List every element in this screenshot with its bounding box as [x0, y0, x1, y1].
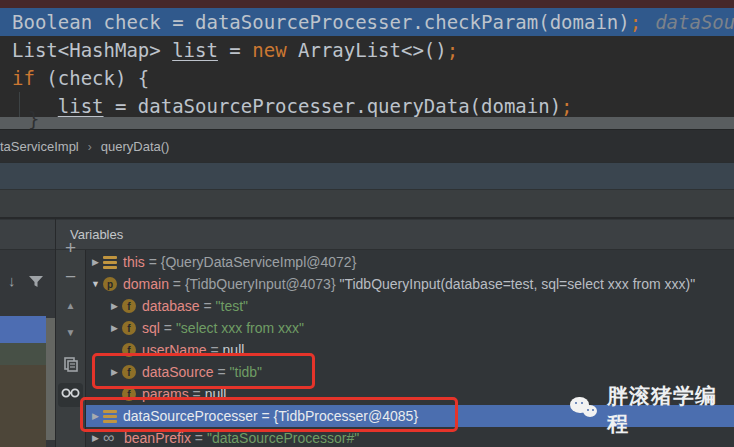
remove-watch-button[interactable]: − [56, 266, 85, 288]
variable-row-database[interactable]: ▶fdatabase = "test" [86, 295, 734, 317]
variable-name: params [142, 386, 189, 402]
panel-divider [55, 219, 56, 447]
variable-name: database [142, 298, 200, 314]
indent-guide [19, 92, 20, 119]
variable-name: userName [142, 342, 207, 358]
code-line[interactable]: Boolean check = dataSourceProcesser.chec… [0, 8, 734, 36]
inline-debugger-hint: dataSour [655, 11, 734, 33]
value-icon [103, 410, 117, 423]
variables-panel-header: Variables [0, 220, 734, 250]
variable-row-this[interactable]: ▶this = {QueryDataServiceImpl@4072} [86, 251, 734, 273]
show-watches-button[interactable] [56, 383, 85, 407]
code-line[interactable]: List<HashMap> list = new ArrayList<>(); [0, 36, 734, 64]
sort-icon[interactable]: ↓ [8, 272, 16, 289]
parameter-icon: p [103, 277, 117, 291]
wechat-icon [570, 397, 599, 423]
watermark-text: 胖滚猪学编程 [607, 382, 734, 438]
expand-arrow-icon[interactable]: ▶ [88, 433, 103, 443]
code-line[interactable]: list = dataSourceProcesser.queryData(dom… [0, 92, 734, 120]
watermark: 胖滚猪学编程 [570, 395, 734, 425]
panel-spacer-band [0, 189, 734, 218]
expand-arrow-icon[interactable]: ▶ [107, 323, 122, 333]
closing-brace: } [28, 108, 39, 130]
variable-value: "select xxx from xxx" [176, 320, 304, 336]
variable-value: "tidb" [230, 364, 263, 380]
expand-arrow-icon[interactable]: ▶ [107, 301, 122, 311]
variable-name: this [123, 254, 145, 270]
variable-row-dataSource[interactable]: ▶fdataSource = "tidb" [86, 361, 734, 383]
variable-row-sql[interactable]: ▶fsql = "select xxx from xxx" [86, 317, 734, 339]
ide-debugger-window: Boolean check = dataSourceProcesser.chec… [0, 0, 734, 447]
variable-value: null [205, 386, 227, 402]
variable-value: {QueryDataServiceImpl@4072} [161, 254, 357, 270]
variable-value: null [223, 342, 245, 358]
debug-frame-band [0, 162, 734, 189]
breadcrumb-method[interactable]: queryData() [101, 139, 170, 154]
variable-row-userName[interactable]: fuserName = null [86, 339, 734, 361]
breadcrumb-separator-icon: › [88, 140, 92, 154]
variable-name: dataSource [142, 364, 214, 380]
variable-value: {TidbProcesser@4085} [274, 408, 418, 424]
variable-value: "TidbQueryInput(database=test, sql=selec… [339, 276, 695, 292]
move-up-button[interactable]: ▲ [56, 300, 85, 311]
value-icon [103, 256, 117, 269]
field-icon: f [122, 343, 136, 357]
field-icon: f [122, 365, 136, 379]
breakpoint-line-highlight [0, 0, 734, 8]
variables-toolbar: + − ▲ ▼ [56, 250, 85, 447]
background-block-blue [0, 316, 46, 343]
variable-row-domain[interactable]: ▼pdomain = {TidbQueryInput@4073} "TidbQu… [86, 273, 734, 295]
field-icon: f [122, 321, 136, 335]
variable-value: "dataSourceProcessor#" [207, 430, 359, 446]
expand-arrow-icon[interactable]: ▶ [88, 411, 103, 421]
move-down-button[interactable]: ▼ [56, 327, 85, 338]
filter-icon[interactable] [29, 276, 43, 288]
horizontal-scrollbar[interactable] [0, 117, 734, 129]
frames-panel-fragment: ↓ [0, 250, 55, 447]
breadcrumb: taServiceImpl › queryData() [0, 129, 734, 163]
expand-arrow-icon[interactable]: ▼ [88, 279, 103, 289]
variable-value: "test" [216, 298, 249, 314]
expand-arrow-icon[interactable]: ▶ [88, 257, 103, 267]
variable-value: {TidbQueryInput@4073} [185, 276, 340, 292]
variable-name: domain [123, 276, 169, 292]
breadcrumb-class[interactable]: taServiceImpl [0, 139, 79, 154]
code-lines: Boolean check = dataSourceProcesser.chec… [0, 8, 734, 120]
field-icon: f [122, 299, 136, 313]
code-line[interactable]: if (check) { [0, 64, 734, 92]
background-block-green [0, 343, 46, 365]
variable-name: dataSourceProcesser [123, 408, 258, 424]
background-scrollbar-strip [46, 318, 55, 440]
variable-name: sql [142, 320, 160, 336]
field-icon: f [122, 387, 136, 401]
background-block-brown [0, 365, 46, 447]
add-watch-button[interactable]: + [56, 237, 85, 259]
expand-arrow-icon[interactable]: ▶ [107, 367, 122, 377]
variable-name: beanPrefix [124, 430, 191, 446]
watch-icon: ∞ [103, 431, 121, 445]
code-editor[interactable]: Boolean check = dataSourceProcesser.chec… [0, 0, 734, 131]
duplicate-watch-button[interactable] [56, 355, 85, 374]
